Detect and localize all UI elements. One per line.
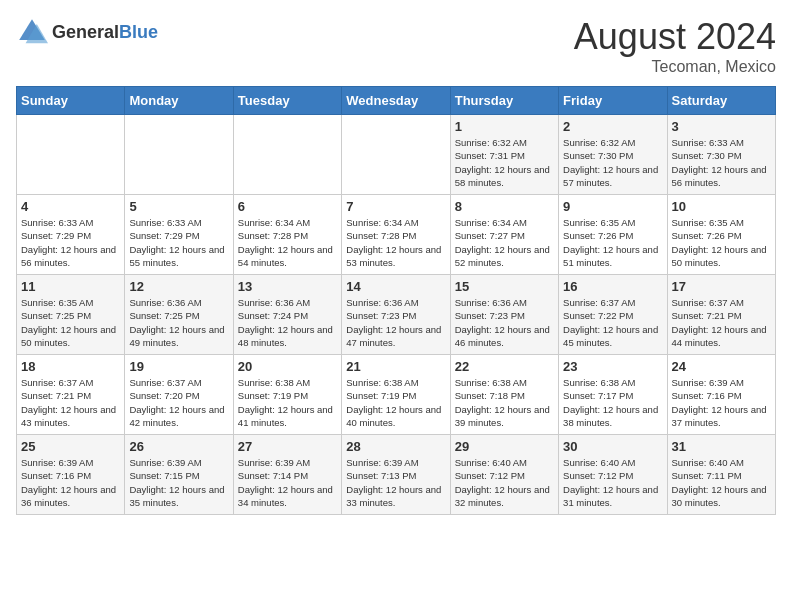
day-cell: 8Sunrise: 6:34 AM Sunset: 7:27 PM Daylig… bbox=[450, 195, 558, 275]
day-cell: 23Sunrise: 6:38 AM Sunset: 7:17 PM Dayli… bbox=[559, 355, 667, 435]
day-number: 2 bbox=[563, 119, 662, 134]
day-number: 17 bbox=[672, 279, 771, 294]
day-cell: 4Sunrise: 6:33 AM Sunset: 7:29 PM Daylig… bbox=[17, 195, 125, 275]
day-number: 28 bbox=[346, 439, 445, 454]
day-info: Sunrise: 6:36 AM Sunset: 7:25 PM Dayligh… bbox=[129, 296, 228, 349]
day-cell: 17Sunrise: 6:37 AM Sunset: 7:21 PM Dayli… bbox=[667, 275, 775, 355]
day-info: Sunrise: 6:39 AM Sunset: 7:14 PM Dayligh… bbox=[238, 456, 337, 509]
day-cell: 14Sunrise: 6:36 AM Sunset: 7:23 PM Dayli… bbox=[342, 275, 450, 355]
day-number: 13 bbox=[238, 279, 337, 294]
day-info: Sunrise: 6:39 AM Sunset: 7:16 PM Dayligh… bbox=[21, 456, 120, 509]
day-cell: 20Sunrise: 6:38 AM Sunset: 7:19 PM Dayli… bbox=[233, 355, 341, 435]
calendar-table: SundayMondayTuesdayWednesdayThursdayFrid… bbox=[16, 86, 776, 515]
day-info: Sunrise: 6:34 AM Sunset: 7:28 PM Dayligh… bbox=[346, 216, 445, 269]
day-cell: 25Sunrise: 6:39 AM Sunset: 7:16 PM Dayli… bbox=[17, 435, 125, 515]
week-row-3: 11Sunrise: 6:35 AM Sunset: 7:25 PM Dayli… bbox=[17, 275, 776, 355]
day-cell: 29Sunrise: 6:40 AM Sunset: 7:12 PM Dayli… bbox=[450, 435, 558, 515]
day-info: Sunrise: 6:36 AM Sunset: 7:23 PM Dayligh… bbox=[346, 296, 445, 349]
day-cell: 13Sunrise: 6:36 AM Sunset: 7:24 PM Dayli… bbox=[233, 275, 341, 355]
logo-general: General bbox=[52, 22, 119, 42]
day-number: 18 bbox=[21, 359, 120, 374]
day-header-monday: Monday bbox=[125, 87, 233, 115]
day-cell bbox=[342, 115, 450, 195]
day-number: 21 bbox=[346, 359, 445, 374]
page-header: GeneralBlue August 2024 Tecoman, Mexico bbox=[16, 16, 776, 76]
day-info: Sunrise: 6:34 AM Sunset: 7:27 PM Dayligh… bbox=[455, 216, 554, 269]
title-block: August 2024 Tecoman, Mexico bbox=[574, 16, 776, 76]
day-cell bbox=[17, 115, 125, 195]
day-number: 12 bbox=[129, 279, 228, 294]
day-info: Sunrise: 6:40 AM Sunset: 7:12 PM Dayligh… bbox=[455, 456, 554, 509]
location-title: Tecoman, Mexico bbox=[574, 58, 776, 76]
day-number: 6 bbox=[238, 199, 337, 214]
day-info: Sunrise: 6:33 AM Sunset: 7:29 PM Dayligh… bbox=[129, 216, 228, 269]
day-info: Sunrise: 6:39 AM Sunset: 7:13 PM Dayligh… bbox=[346, 456, 445, 509]
day-info: Sunrise: 6:38 AM Sunset: 7:19 PM Dayligh… bbox=[238, 376, 337, 429]
logo-icon bbox=[16, 16, 48, 48]
days-header-row: SundayMondayTuesdayWednesdayThursdayFrid… bbox=[17, 87, 776, 115]
day-cell: 19Sunrise: 6:37 AM Sunset: 7:20 PM Dayli… bbox=[125, 355, 233, 435]
day-cell: 26Sunrise: 6:39 AM Sunset: 7:15 PM Dayli… bbox=[125, 435, 233, 515]
day-info: Sunrise: 6:37 AM Sunset: 7:21 PM Dayligh… bbox=[672, 296, 771, 349]
day-number: 24 bbox=[672, 359, 771, 374]
day-number: 7 bbox=[346, 199, 445, 214]
day-info: Sunrise: 6:35 AM Sunset: 7:26 PM Dayligh… bbox=[563, 216, 662, 269]
day-info: Sunrise: 6:35 AM Sunset: 7:25 PM Dayligh… bbox=[21, 296, 120, 349]
day-cell bbox=[233, 115, 341, 195]
day-info: Sunrise: 6:37 AM Sunset: 7:22 PM Dayligh… bbox=[563, 296, 662, 349]
day-number: 9 bbox=[563, 199, 662, 214]
day-info: Sunrise: 6:35 AM Sunset: 7:26 PM Dayligh… bbox=[672, 216, 771, 269]
day-info: Sunrise: 6:36 AM Sunset: 7:23 PM Dayligh… bbox=[455, 296, 554, 349]
day-cell: 9Sunrise: 6:35 AM Sunset: 7:26 PM Daylig… bbox=[559, 195, 667, 275]
day-cell: 10Sunrise: 6:35 AM Sunset: 7:26 PM Dayli… bbox=[667, 195, 775, 275]
day-cell: 22Sunrise: 6:38 AM Sunset: 7:18 PM Dayli… bbox=[450, 355, 558, 435]
day-cell: 2Sunrise: 6:32 AM Sunset: 7:30 PM Daylig… bbox=[559, 115, 667, 195]
day-cell: 31Sunrise: 6:40 AM Sunset: 7:11 PM Dayli… bbox=[667, 435, 775, 515]
day-number: 29 bbox=[455, 439, 554, 454]
day-number: 20 bbox=[238, 359, 337, 374]
day-header-tuesday: Tuesday bbox=[233, 87, 341, 115]
day-number: 1 bbox=[455, 119, 554, 134]
day-info: Sunrise: 6:36 AM Sunset: 7:24 PM Dayligh… bbox=[238, 296, 337, 349]
day-cell: 3Sunrise: 6:33 AM Sunset: 7:30 PM Daylig… bbox=[667, 115, 775, 195]
day-info: Sunrise: 6:40 AM Sunset: 7:11 PM Dayligh… bbox=[672, 456, 771, 509]
week-row-1: 1Sunrise: 6:32 AM Sunset: 7:31 PM Daylig… bbox=[17, 115, 776, 195]
day-number: 31 bbox=[672, 439, 771, 454]
day-number: 4 bbox=[21, 199, 120, 214]
day-number: 11 bbox=[21, 279, 120, 294]
day-number: 16 bbox=[563, 279, 662, 294]
day-cell: 16Sunrise: 6:37 AM Sunset: 7:22 PM Dayli… bbox=[559, 275, 667, 355]
day-info: Sunrise: 6:33 AM Sunset: 7:29 PM Dayligh… bbox=[21, 216, 120, 269]
day-number: 10 bbox=[672, 199, 771, 214]
logo: GeneralBlue bbox=[16, 16, 158, 48]
day-info: Sunrise: 6:39 AM Sunset: 7:15 PM Dayligh… bbox=[129, 456, 228, 509]
day-header-thursday: Thursday bbox=[450, 87, 558, 115]
day-number: 22 bbox=[455, 359, 554, 374]
day-info: Sunrise: 6:32 AM Sunset: 7:31 PM Dayligh… bbox=[455, 136, 554, 189]
day-info: Sunrise: 6:38 AM Sunset: 7:19 PM Dayligh… bbox=[346, 376, 445, 429]
day-cell bbox=[125, 115, 233, 195]
day-number: 15 bbox=[455, 279, 554, 294]
day-header-wednesday: Wednesday bbox=[342, 87, 450, 115]
day-info: Sunrise: 6:33 AM Sunset: 7:30 PM Dayligh… bbox=[672, 136, 771, 189]
day-cell: 24Sunrise: 6:39 AM Sunset: 7:16 PM Dayli… bbox=[667, 355, 775, 435]
day-number: 14 bbox=[346, 279, 445, 294]
day-info: Sunrise: 6:37 AM Sunset: 7:20 PM Dayligh… bbox=[129, 376, 228, 429]
day-cell: 5Sunrise: 6:33 AM Sunset: 7:29 PM Daylig… bbox=[125, 195, 233, 275]
day-number: 5 bbox=[129, 199, 228, 214]
day-info: Sunrise: 6:39 AM Sunset: 7:16 PM Dayligh… bbox=[672, 376, 771, 429]
day-cell: 7Sunrise: 6:34 AM Sunset: 7:28 PM Daylig… bbox=[342, 195, 450, 275]
week-row-4: 18Sunrise: 6:37 AM Sunset: 7:21 PM Dayli… bbox=[17, 355, 776, 435]
day-number: 27 bbox=[238, 439, 337, 454]
day-number: 8 bbox=[455, 199, 554, 214]
day-cell: 12Sunrise: 6:36 AM Sunset: 7:25 PM Dayli… bbox=[125, 275, 233, 355]
week-row-5: 25Sunrise: 6:39 AM Sunset: 7:16 PM Dayli… bbox=[17, 435, 776, 515]
day-header-friday: Friday bbox=[559, 87, 667, 115]
day-number: 19 bbox=[129, 359, 228, 374]
day-cell: 6Sunrise: 6:34 AM Sunset: 7:28 PM Daylig… bbox=[233, 195, 341, 275]
day-cell: 1Sunrise: 6:32 AM Sunset: 7:31 PM Daylig… bbox=[450, 115, 558, 195]
day-info: Sunrise: 6:37 AM Sunset: 7:21 PM Dayligh… bbox=[21, 376, 120, 429]
day-info: Sunrise: 6:38 AM Sunset: 7:18 PM Dayligh… bbox=[455, 376, 554, 429]
day-number: 25 bbox=[21, 439, 120, 454]
month-title: August 2024 bbox=[574, 16, 776, 58]
